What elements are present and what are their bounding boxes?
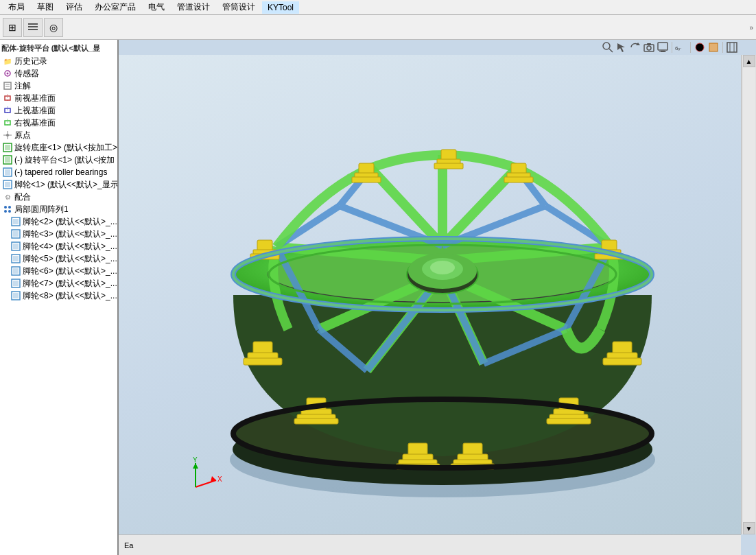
svg-rect-121 xyxy=(294,418,338,424)
menu-item-evaluate[interactable]: 评估 xyxy=(60,0,88,14)
tree-item-bearings[interactable]: (-) tapered roller bearings xyxy=(0,166,117,178)
plane-icon-top xyxy=(3,106,12,115)
svg-rect-106 xyxy=(408,443,427,456)
svg-rect-57 xyxy=(727,43,737,52)
tree-item-caster4[interactable]: 脚轮<4> (默认<<默认>_... xyxy=(0,240,117,252)
left-panel: 配体-旋转平台 (默认<默认_显 📁 历史记录 传感器 注解 前视基准面 xyxy=(0,40,119,555)
tree-item-caster3[interactable]: 脚轮<3> (默认<<默认>_... xyxy=(0,228,117,240)
top-right-toolbar: 6₀· xyxy=(599,40,741,55)
material-icon[interactable] xyxy=(707,41,720,54)
part-icon-caster3 xyxy=(11,229,21,239)
menu-item-electrical[interactable]: 电气 xyxy=(143,0,170,14)
svg-rect-24 xyxy=(5,182,10,187)
svg-rect-96 xyxy=(504,177,533,182)
tree-item-platform[interactable]: (-) 旋转平台<1> (默认<按加 xyxy=(0,154,117,166)
svg-point-26 xyxy=(8,206,11,209)
tree-item-caster6[interactable]: 脚轮<6> (默认<<默认>_... xyxy=(0,265,117,277)
toolbar-btn-grid[interactable]: ⊞ xyxy=(3,18,22,37)
svg-rect-18 xyxy=(5,145,10,150)
display-icon[interactable] xyxy=(657,41,669,54)
svg-rect-56 xyxy=(709,43,718,51)
tree-item-sensor[interactable]: 传感器 xyxy=(0,67,117,80)
scroll-up-btn[interactable]: ▲ xyxy=(743,55,755,67)
svg-text:6₀·: 6₀· xyxy=(675,45,682,51)
svg-point-25 xyxy=(4,206,7,209)
part-icon-bearings xyxy=(3,167,12,177)
menu-item-layout[interactable]: 布局 xyxy=(3,0,30,14)
tree-item-origin[interactable]: 原点 xyxy=(0,129,117,141)
svg-rect-49 xyxy=(647,43,651,45)
tree-item-caster1[interactable]: 脚轮<1> (默认<<默认>_显示 xyxy=(0,178,117,191)
svg-rect-5 xyxy=(4,82,11,89)
separator-v xyxy=(672,42,672,53)
camera-icon[interactable] xyxy=(643,41,655,54)
toolbar-btn-circle[interactable]: ◎ xyxy=(44,18,63,37)
svg-point-16 xyxy=(6,134,9,137)
menu-item-piping[interactable]: 管道设计 xyxy=(172,0,215,14)
part-icon-caster5 xyxy=(11,254,21,263)
tree-item-front-plane[interactable]: 前视基准面 xyxy=(0,92,117,104)
tree-item-caster5[interactable]: 脚轮<5> (默认<<默认>_... xyxy=(0,252,117,265)
tree-item-caster2[interactable]: 脚轮<2> (默认<<默认>_... xyxy=(0,215,117,228)
svg-rect-40 xyxy=(13,281,19,286)
status-text: Ea xyxy=(124,541,133,550)
svg-rect-2 xyxy=(28,29,38,30)
menu-item-kytool[interactable]: KYTool xyxy=(262,1,299,14)
svg-line-44 xyxy=(609,49,613,52)
svg-point-90 xyxy=(430,261,455,274)
tree-item-caster7[interactable]: 脚轮<7> (默认<<默认>_... xyxy=(0,277,117,290)
rotate-icon[interactable] xyxy=(629,41,641,54)
svg-rect-34 xyxy=(13,244,19,249)
svg-rect-125 xyxy=(253,342,272,354)
viewport[interactable]: 6₀· xyxy=(119,40,756,555)
tree-item-right-plane[interactable]: 右视基准面 xyxy=(0,117,117,129)
plane-icon-right xyxy=(3,118,12,128)
options-icon[interactable] xyxy=(726,41,738,54)
tree-item-pattern[interactable]: 局部圆周阵列1 xyxy=(0,203,117,215)
menu-bar: 布局 草图 评估 办公室产品 电气 管道设计 管筒设计 KYTool xyxy=(0,0,756,15)
menu-item-sketch[interactable]: 草图 xyxy=(32,0,59,14)
toolbar-btn-more[interactable] xyxy=(23,18,43,37)
part-icon-caster8 xyxy=(11,291,21,300)
scroll-track[interactable] xyxy=(743,67,755,522)
svg-rect-1 xyxy=(28,26,38,27)
menu-item-tube[interactable]: 管筒设计 xyxy=(217,0,261,14)
tree-item-history[interactable]: 📁 历史记录 xyxy=(0,55,117,67)
scroll-down-btn[interactable]: ▼ xyxy=(743,522,755,534)
svg-rect-122 xyxy=(613,342,632,354)
svg-rect-52 xyxy=(659,51,666,52)
scroll-right[interactable]: ▲ ▼ xyxy=(741,55,756,534)
tree-item-top-plane[interactable]: 上视基准面 xyxy=(0,104,117,117)
tree-item-base[interactable]: 旋转底座<1> (默认<按加工> xyxy=(0,141,117,154)
gear-icon-mate: ⚙ xyxy=(3,192,12,202)
wheel-3d-model: X Y xyxy=(175,62,710,528)
svg-text:Y: Y xyxy=(193,456,198,464)
svg-marker-45 xyxy=(617,43,625,52)
status-label: Ea xyxy=(124,541,133,550)
svg-text:X: X xyxy=(217,475,222,483)
tree-title: 配体-旋转平台 (默认<默认_显 xyxy=(0,41,117,55)
sphere-icon[interactable] xyxy=(694,41,706,54)
zoom-icon[interactable] xyxy=(602,41,614,54)
toolbar-expand[interactable]: » xyxy=(749,23,753,31)
sensor-icon xyxy=(3,69,12,78)
separator-v2 xyxy=(690,42,691,53)
main-layout: 配体-旋转平台 (默认<默认_显 📁 历史记录 传感器 注解 前视基准面 xyxy=(0,40,756,555)
plane-icon-front xyxy=(3,93,12,103)
tree-item-annotation[interactable]: 注解 xyxy=(0,80,117,92)
status-bar: Ea xyxy=(119,534,741,555)
canvas-area[interactable]: X Y xyxy=(119,55,741,534)
svg-rect-36 xyxy=(13,256,19,261)
toolbar: ⊞ ◎ » xyxy=(0,15,756,40)
svg-rect-32 xyxy=(13,231,19,237)
assembly-icon-platform xyxy=(3,155,12,165)
cursor-icon[interactable] xyxy=(615,41,628,54)
tree-item-caster8[interactable]: 脚轮<8> (默认<<默认>_... xyxy=(0,290,117,302)
part-icon-caster2 xyxy=(11,217,21,226)
feature-icon-pattern xyxy=(3,204,12,214)
svg-rect-102 xyxy=(352,177,381,182)
menu-item-office[interactable]: 办公室产品 xyxy=(89,0,141,14)
triad-icon[interactable]: 6₀· xyxy=(675,41,687,54)
tree-item-mate[interactable]: ⚙ 配合 xyxy=(0,191,117,203)
svg-rect-117 xyxy=(547,418,591,424)
